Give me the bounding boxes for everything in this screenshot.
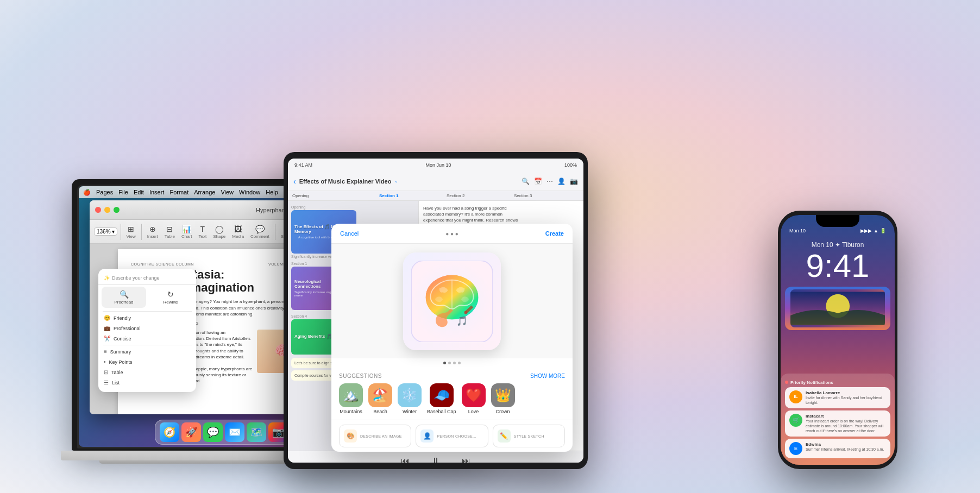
zoom-level: 136% bbox=[97, 229, 111, 235]
suggestion-crown[interactable]: 👑 Crown bbox=[491, 383, 515, 414]
text-label: Text bbox=[198, 234, 206, 239]
menu-pages[interactable]: Pages bbox=[96, 189, 113, 195]
menu-insert[interactable]: Insert bbox=[149, 189, 165, 195]
wt-item-friendly[interactable]: 😊 Friendly bbox=[98, 313, 196, 323]
ipad-toolbar-icon-4[interactable]: 👤 bbox=[557, 178, 566, 185]
table-icon-wt: ⊟ bbox=[104, 369, 108, 375]
suggestion-baseball[interactable]: 🧢 Baseball Cap bbox=[427, 383, 456, 414]
notifications-panel: Priority Notifications IL Isabella Lamar… bbox=[781, 374, 895, 465]
show-more-button[interactable]: SHOW MORE bbox=[530, 373, 565, 379]
suggestion-love[interactable]: ❤️ Love bbox=[462, 383, 486, 414]
baseball-icon: 🧢 bbox=[430, 383, 454, 407]
ipad-date: Mon Jun 10 bbox=[425, 162, 451, 168]
wt-item-table[interactable]: ⊟ Table bbox=[98, 367, 196, 377]
friendly-label: Friendly bbox=[114, 315, 131, 321]
notif-text-instacart: Your Instacart order is on the way! Deli… bbox=[806, 419, 886, 433]
menu-edit[interactable]: Edit bbox=[134, 189, 144, 195]
dock-icon-finder[interactable]: 🧭 bbox=[160, 422, 179, 442]
modal-create-button[interactable]: Create bbox=[545, 230, 564, 237]
modal-cancel-button[interactable]: Cancel bbox=[340, 230, 359, 237]
chart-label: Chart bbox=[181, 234, 192, 239]
ipad-back-button[interactable]: ‹ bbox=[293, 177, 296, 186]
wt-tab-rewrite[interactable]: ↻ Rewrite bbox=[148, 287, 193, 308]
minimize-button[interactable] bbox=[104, 207, 110, 213]
ipad-toolbar-icons: 🔍 📅 ⋯ 👤 📷 bbox=[522, 178, 578, 185]
concise-icon: ✂️ bbox=[104, 336, 110, 342]
dock-icon-launchpad[interactable]: 🚀 bbox=[181, 422, 201, 442]
toolbar-view[interactable]: ⊞ View bbox=[124, 225, 138, 239]
dock-icon-mail[interactable]: ✉️ bbox=[225, 422, 244, 442]
prev-button[interactable]: ⏮ bbox=[401, 456, 410, 463]
love-label: Love bbox=[468, 409, 479, 414]
ipad-toolbar-icon-5[interactable]: 📷 bbox=[570, 178, 578, 185]
image-gen-modal: Cancel ● ● ● Create bbox=[331, 224, 573, 451]
ipad-battery: 100% bbox=[564, 162, 577, 168]
ipad-main-area: Opening The Effects of 🎵 Music on Memory… bbox=[288, 201, 583, 451]
option-style[interactable]: ✏️ STYLE SKETCH bbox=[493, 425, 565, 447]
notif-item-instacart[interactable]: 🛒 Instacart Your Instacart order is on t… bbox=[785, 410, 890, 437]
text-icon: T bbox=[200, 225, 205, 233]
menu-view[interactable]: View bbox=[221, 189, 234, 195]
toolbar-insert[interactable]: ⊕ Insert bbox=[145, 225, 160, 239]
notif-avatar-edwina: E bbox=[789, 442, 802, 455]
apple-menu[interactable]: 🍎 bbox=[83, 189, 91, 196]
wt-tab-proofread[interactable]: 🔍 Proofread bbox=[102, 287, 146, 308]
toolbar-separator-3 bbox=[275, 224, 275, 240]
iphone-lockscreen: Mon 10 ▶▶▶ ▲ 🔋 Mon 10 ✦ Tiburon 9:41 bbox=[781, 215, 895, 465]
table-label-wt: Table bbox=[111, 370, 123, 375]
toolbar-comment[interactable]: 💬 Comment bbox=[248, 225, 272, 239]
iphone-status-icons: ▶▶▶ ▲ 🔋 bbox=[860, 228, 886, 233]
toolbar-separator-1 bbox=[121, 224, 121, 240]
ipad-toolbar-icon-2[interactable]: 📅 bbox=[534, 178, 542, 185]
section2-label: Section 2 bbox=[447, 193, 512, 198]
close-button[interactable] bbox=[95, 207, 101, 213]
brain-svg: 🎵 bbox=[411, 261, 493, 342]
ipad-toolbar-icon-3[interactable]: ⋯ bbox=[546, 178, 553, 185]
option-style-text: STYLE SKETCH bbox=[514, 434, 544, 438]
zoom-control[interactable]: 136% ▾ bbox=[94, 227, 117, 236]
menu-window[interactable]: Window bbox=[239, 189, 260, 195]
option-describe-label: DESCRIBE AN IMAGE bbox=[360, 434, 402, 438]
toolbar-shape[interactable]: ◯ Shape bbox=[211, 225, 228, 239]
toolbar-chart[interactable]: 📊 Chart bbox=[179, 225, 194, 239]
modal-dots-label: ● ● ● bbox=[445, 231, 458, 237]
keypoints-icon: • bbox=[104, 359, 106, 365]
menu-format[interactable]: Format bbox=[169, 189, 189, 195]
table-label: Table bbox=[165, 234, 175, 239]
wt-item-professional[interactable]: 💼 Professional bbox=[98, 323, 196, 333]
dot-1 bbox=[443, 362, 446, 364]
suggestion-winter[interactable]: ❄️ Winter bbox=[398, 383, 422, 414]
column-header: COGNITIVE SCIENCE COLUMN bbox=[131, 262, 194, 266]
wt-item-summary[interactable]: ≡ Summary bbox=[98, 346, 196, 357]
menu-file[interactable]: File bbox=[118, 189, 128, 195]
wt-item-list[interactable]: ☰ List bbox=[98, 377, 196, 388]
suggestion-beach[interactable]: 🏖️ Beach bbox=[368, 383, 392, 414]
iphone-screen: Mon 10 ▶▶▶ ▲ 🔋 Mon 10 ✦ Tiburon 9:41 bbox=[781, 215, 895, 465]
next-button[interactable]: ⏭ bbox=[462, 456, 470, 463]
option-describe[interactable]: 🎨 DESCRIBE AN IMAGE bbox=[339, 425, 411, 447]
style-icon: ✏️ bbox=[498, 429, 511, 443]
option-person[interactable]: 👤 PERSON CHOOSE... bbox=[416, 425, 488, 447]
menu-arrange[interactable]: Arrange bbox=[194, 189, 215, 195]
ipad-toolbar-icon-1[interactable]: 🔍 bbox=[522, 178, 530, 185]
dock-icon-messages[interactable]: 💬 bbox=[203, 422, 223, 442]
notif-item-isabella[interactable]: IL Isabella Lamarre Invite for dinner wi… bbox=[785, 387, 890, 408]
fullscreen-button[interactable] bbox=[114, 207, 120, 213]
notif-initials-instacart: 🛒 bbox=[793, 417, 799, 423]
option-person-label: PERSON CHOOSE... bbox=[437, 434, 476, 438]
suggestions-header: SUGGESTIONS SHOW MORE bbox=[339, 373, 565, 379]
crown-label: Crown bbox=[496, 409, 510, 414]
play-button[interactable]: ⏸ bbox=[431, 456, 440, 463]
toolbar-text[interactable]: T Text bbox=[196, 225, 209, 239]
dock-icon-maps[interactable]: 🗺️ bbox=[247, 422, 266, 442]
toolbar-media[interactable]: 🖼 Media bbox=[230, 225, 246, 239]
notif-item-edwina[interactable]: E Edwina Summer interns arrived. Meeting… bbox=[785, 439, 890, 458]
writing-tools-popup: ✨ Describe your change 🔍 Proofread bbox=[98, 269, 196, 392]
comment-label: Comment bbox=[250, 234, 269, 239]
menu-help[interactable]: Help bbox=[266, 189, 278, 195]
wt-item-keypoints[interactable]: • Key Points bbox=[98, 357, 196, 367]
suggestion-mountains[interactable]: 🏔️ Mountains bbox=[339, 383, 363, 414]
wallpaper-svg bbox=[790, 289, 885, 327]
toolbar-table[interactable]: ⊟ Table bbox=[162, 225, 177, 239]
wt-item-concise[interactable]: ✂️ Concise bbox=[98, 333, 196, 344]
